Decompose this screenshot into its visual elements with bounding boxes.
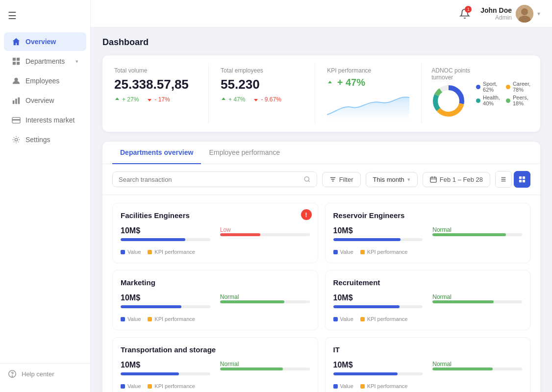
tab-employee-performance[interactable]: Employee performance (201, 142, 288, 164)
sidebar-item-overview[interactable]: Overview (4, 32, 86, 51)
header: 1 John Doe Admin ▾ (91, 0, 552, 27)
dept-name: Transportation and storage (121, 345, 310, 354)
user-profile[interactable]: John Doe Admin ▾ (480, 5, 540, 23)
stat-volume-value: 25.338.57,85 (114, 77, 197, 92)
value-progress-fill (121, 238, 185, 241)
notification-badge: 1 (465, 6, 472, 13)
arrow-up-icon (114, 97, 120, 102)
avatar (516, 5, 533, 23)
kpi-legend-dot (148, 317, 152, 321)
page-title: Dashboard (102, 37, 540, 48)
user-name: John Doe (480, 6, 512, 14)
sidebar-item-departments[interactable]: Departments ▾ (4, 52, 86, 71)
sidebar-nav: Overview Departments ▾ Employees Overvie… (0, 31, 90, 363)
svg-rect-7 (18, 98, 20, 104)
dept-metrics: 10M$ Normal (333, 226, 523, 243)
tab-departments-overview[interactable]: Departments overview (112, 142, 201, 164)
sidebar-item-interests-label: Interests market (25, 116, 78, 124)
sidebar-item-overview2[interactable]: Overview (4, 91, 86, 110)
value-progress-bar (333, 372, 423, 375)
legend-kpi-item: KPI performance (148, 249, 195, 255)
arrow-up-icon2 (221, 97, 226, 102)
filter-button[interactable]: Filter (322, 172, 361, 187)
donut-chart (431, 84, 466, 118)
legend-peers: Peers, 18% (506, 95, 530, 106)
stat-kpi: KPI performance + 47% (315, 63, 422, 124)
month-selector[interactable]: This month ▾ (366, 172, 418, 187)
value-progress-bar (121, 238, 210, 241)
dept-card-marketing: Marketing 10M$ Normal Value (112, 270, 318, 330)
date-range-label: Feb 1 – Feb 28 (440, 176, 483, 183)
legend-value-item: Value (333, 249, 353, 255)
dept-metrics: 10M$ Normal (333, 361, 523, 377)
value-legend-dot (121, 384, 125, 389)
dept-metrics: 10M$ Normal (121, 294, 310, 310)
perf-progress-bar (432, 300, 522, 303)
value-progress-fill (333, 372, 398, 375)
value-col: 10M$ (121, 361, 210, 377)
hamburger-icon[interactable]: ☰ (8, 10, 17, 21)
donut-wrap: ADNOC points turnover (431, 67, 470, 120)
legend-kpi-item: KPI performance (148, 316, 195, 322)
perf-col: Normal (220, 361, 310, 377)
date-range-picker[interactable]: Feb 1 – Feb 28 (423, 172, 490, 187)
grid-view-button[interactable] (514, 171, 530, 188)
legend-value-item: Value (121, 316, 141, 322)
dept-card-recruitement: Recruitement 10M$ Normal Value (325, 270, 531, 330)
value-progress-bar (121, 305, 210, 308)
notifications-button[interactable]: 1 (456, 5, 474, 23)
perf-progress-bar (432, 233, 522, 236)
svg-rect-24 (523, 176, 525, 179)
value-progress-bar (121, 372, 210, 375)
card-icon (12, 116, 21, 124)
avatar-image (516, 5, 533, 23)
content-area: Dashboard Total volume 25.338.57,85 + 27… (91, 27, 552, 392)
help-center-item[interactable]: Help center (8, 369, 82, 378)
legend-sport: Sport, 62% (476, 81, 500, 93)
perf-progress-bar (432, 368, 522, 370)
stat-employees-up: + 47% (221, 96, 245, 103)
value-progress-fill (333, 238, 401, 241)
metric-value: 10M$ (121, 226, 210, 235)
value-legend-label: Value (127, 249, 141, 255)
value-progress-fill (333, 305, 400, 308)
bar-chart-icon (12, 96, 21, 105)
grid-icon (12, 57, 21, 66)
metric-value: 10M$ (333, 226, 423, 235)
kpi-label: KPI performance (327, 67, 409, 74)
search-box[interactable] (112, 172, 317, 187)
legend-kpi-item: KPI performance (148, 383, 195, 389)
metric-value: 10M$ (121, 361, 210, 369)
dept-legend: Value KPI performance (121, 383, 310, 389)
perf-label: Normal (432, 226, 522, 233)
perf-progress-bar (220, 233, 310, 236)
sidebar-item-settings[interactable]: Settings (4, 130, 86, 149)
value-legend-label: Value (127, 316, 141, 322)
sidebar-item-interests[interactable]: Interests market (4, 111, 86, 129)
legend-value-item: Value (121, 249, 141, 255)
value-progress-fill (121, 372, 179, 375)
list-view-button[interactable] (495, 171, 512, 188)
legend-value-item: Value (121, 383, 141, 389)
stats-row: Total volume 25.338.57,85 + 27% - 17% To… (102, 55, 540, 132)
home-icon (12, 37, 21, 46)
svg-point-4 (14, 78, 18, 81)
value-legend-label: Value (127, 383, 141, 389)
dept-legend: Value KPI performance (121, 249, 310, 255)
sidebar-item-employees[interactable]: Employees (4, 72, 86, 90)
user-text: John Doe Admin (480, 6, 512, 21)
departments-grid: ! Facilities Engineers 10M$ Low Value (102, 195, 540, 392)
sport-label: Sport, 62% (483, 81, 500, 93)
legend-value-item: Value (333, 316, 353, 322)
sidebar-item-employees-label: Employees (25, 77, 78, 85)
dept-legend: Value KPI performance (333, 249, 523, 255)
perf-progress-bar (220, 368, 310, 370)
perf-progress-fill (432, 233, 506, 236)
value-legend-label: Value (340, 249, 353, 255)
search-input[interactable] (119, 176, 300, 183)
stat-donut: ADNOC points turnover (422, 63, 540, 124)
stat-volume-label: Total volume (114, 67, 197, 74)
legend-value-item: Value (333, 383, 353, 389)
donut-legend: Sport, 62% Career, 78% Health, 40% Peers… (476, 81, 530, 106)
dept-metrics: 10M$ Normal (121, 361, 310, 377)
